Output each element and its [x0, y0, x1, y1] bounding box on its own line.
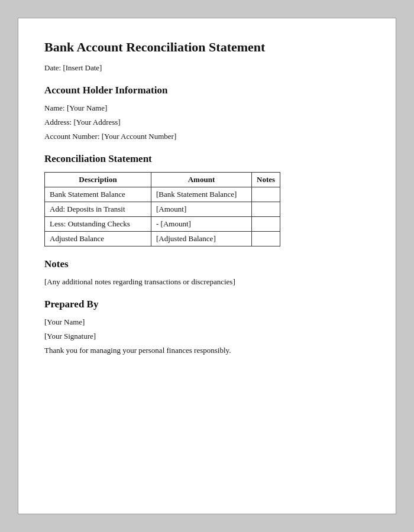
cell-description: Less: Outstanding Checks	[45, 217, 151, 232]
cell-amount: [Amount]	[151, 202, 252, 217]
thank-you-text: Thank you for managing your personal fin…	[44, 346, 370, 355]
prepared-by-heading: Prepared By	[44, 299, 370, 310]
prepared-by-section: Prepared By [Your Name] [Your Signature]…	[44, 299, 370, 355]
notes-section: Notes [Any additional notes regarding tr…	[44, 258, 370, 287]
account-holder-heading: Account Holder Information	[44, 85, 370, 96]
cell-description: Adjusted Balance	[45, 232, 151, 246]
table-row: Bank Statement Balance[Bank Statement Ba…	[45, 187, 280, 202]
notes-heading: Notes	[44, 258, 370, 270]
main-title: Bank Account Reconciliation Statement	[44, 40, 370, 55]
preparer-name: [Your Name]	[44, 317, 370, 327]
date-line: Date: [Insert Date]	[44, 63, 370, 73]
address-line: Address: [Your Address]	[44, 118, 370, 127]
col-header-notes: Notes	[252, 173, 280, 187]
table-row: Adjusted Balance[Adjusted Balance]	[45, 232, 280, 246]
preparer-signature: [Your Signature]	[44, 332, 370, 341]
notes-text: [Any additional notes regarding transact…	[44, 277, 370, 287]
cell-notes	[252, 202, 280, 217]
cell-amount: - [Amount]	[151, 217, 252, 232]
account-holder-section: Account Holder Information Name: [Your N…	[44, 85, 370, 141]
cell-notes	[252, 187, 280, 202]
account-number-line: Account Number: [Your Account Number]	[44, 132, 370, 141]
cell-notes	[252, 217, 280, 232]
name-line: Name: [Your Name]	[44, 103, 370, 113]
table-row: Less: Outstanding Checks- [Amount]	[45, 217, 280, 232]
table-header-row: Description Amount Notes	[45, 173, 280, 187]
col-header-description: Description	[45, 173, 151, 187]
cell-description: Add: Deposits in Transit	[45, 202, 151, 217]
col-header-amount: Amount	[151, 173, 252, 187]
document-page: Bank Account Reconciliation Statement Da…	[18, 18, 396, 514]
cell-description: Bank Statement Balance	[45, 187, 151, 202]
cell-amount: [Adjusted Balance]	[151, 232, 252, 246]
reconciliation-section: Reconciliation Statement Description Amo…	[44, 153, 370, 246]
cell-notes	[252, 232, 280, 246]
table-row: Add: Deposits in Transit[Amount]	[45, 202, 280, 217]
reconciliation-heading: Reconciliation Statement	[44, 153, 370, 165]
reconciliation-table: Description Amount Notes Bank Statement …	[44, 172, 280, 246]
cell-amount: [Bank Statement Balance]	[151, 187, 252, 202]
